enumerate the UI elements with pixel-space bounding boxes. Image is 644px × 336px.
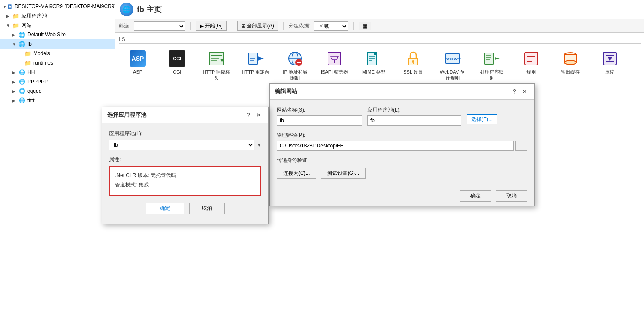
tree-ttttt-label: ttttt	[27, 97, 35, 103]
folder-icon-runtimes: 📁	[24, 59, 32, 67]
rules-icon	[523, 50, 540, 67]
iis-icons-grid: ASP ASP CGI CGI	[119, 47, 641, 84]
toolbar-separator-4	[353, 22, 354, 30]
globe-icon-hh: 🌐	[18, 68, 26, 76]
iis-icon-isapi[interactable]: ISAPI 筛选器	[316, 47, 353, 84]
edit-site-close-button[interactable]: ✕	[520, 87, 529, 96]
apppool-select[interactable]: fb	[109, 140, 254, 150]
svg-point-23	[412, 60, 414, 63]
tree-arrow-ttttt: ▶	[12, 98, 18, 103]
svg-marker-31	[495, 57, 500, 60]
connect-as-button[interactable]: 连接为(C)...	[277, 168, 316, 179]
svg-rect-27	[484, 53, 494, 64]
phys-path-input[interactable]	[277, 141, 514, 151]
phys-path-label: 物理路径(P):	[277, 132, 527, 139]
handler-label: 处理程序映射	[480, 69, 504, 81]
iis-icon-webdav[interactable]: WebDAV WebDAV 创作规则	[434, 47, 471, 84]
svg-point-38	[564, 60, 576, 65]
tree-models[interactable]: 📁 Models	[0, 49, 115, 58]
apppool-controls: ? ✕	[244, 111, 263, 119]
tree-fb-site[interactable]: ▼ 🌐 fb	[0, 39, 115, 49]
http-redirect-label: HTTP 重定向	[242, 69, 270, 75]
tree-models-label: Models	[33, 50, 50, 56]
test-settings-button[interactable]: 测试设置(G)...	[321, 168, 366, 179]
apppool-attr-label: 属性:	[109, 156, 261, 163]
filter-dropdown[interactable]	[134, 21, 185, 31]
show-all-button[interactable]: ⊞ 全部显示(A)	[237, 21, 278, 31]
tree-qqqqq[interactable]: ▶ 🌐 qqqqq	[0, 86, 115, 96]
site-name-field: 网站名称(S):	[277, 106, 362, 126]
iis-icon-rules[interactable]: 规则	[512, 47, 550, 84]
tree-hh[interactable]: ▶ 🌐 HH	[0, 68, 115, 77]
svg-text:WebDAV: WebDAV	[446, 57, 461, 61]
http-resp-label: HTTP 响应标头	[203, 69, 230, 81]
folder-icon-sites: 📁	[12, 21, 20, 29]
view-button[interactable]: ▦	[359, 22, 371, 30]
rules-label: 规则	[526, 69, 536, 75]
tree-hh-label: HH	[27, 69, 35, 75]
svg-rect-5	[248, 53, 258, 64]
apppool-titlebar: 选择应用程序池 ? ✕	[102, 107, 268, 123]
tree-arrow-sites: ▼	[6, 23, 12, 28]
browse-phys-button[interactable]: ...	[515, 141, 527, 151]
ip-domain-label: IP 地址和域限制	[283, 69, 307, 81]
apppool-title: 选择应用程序池	[107, 111, 146, 119]
app-pool-label: 应用程序池(L):	[367, 106, 461, 114]
globe-icon-pppppp: 🌐	[18, 78, 26, 85]
tree-apppool[interactable]: ▶ 📁 应用程序池	[0, 11, 115, 21]
app-pool-input[interactable]	[367, 115, 461, 126]
pass-auth-label: 传递身份验证	[277, 157, 527, 164]
tree-runtimes[interactable]: 📁 runtimes	[0, 58, 115, 68]
tree-default-site[interactable]: ▶ 🌐 Default Web Site	[0, 30, 115, 39]
tree-fb-label: fb	[27, 41, 32, 47]
apppool-close-button[interactable]: ✕	[254, 111, 263, 119]
start-button[interactable]: ▶ 开始(G)	[196, 21, 226, 31]
tree-server[interactable]: ▼ 🖥 DESKTOP-MAI9CR9 (DESKTOP-MAI9CR9\don…	[0, 2, 115, 11]
tree-sites[interactable]: ▼ 📁 网站	[0, 21, 115, 30]
iis-icon-cgi[interactable]: CGI CGI	[158, 47, 196, 84]
app-pool-field: 应用程序池(L):	[367, 106, 461, 126]
edit-site-ok-button[interactable]: 确定	[460, 190, 491, 202]
iis-icon-http-resp[interactable]: HTTP 响应标头	[198, 47, 235, 84]
globe-icon-fb: 🌐	[18, 40, 26, 48]
folder-icon-apppool: 📁	[12, 12, 20, 20]
edit-site-cancel-button[interactable]: 取消	[496, 190, 527, 202]
iis-icon-ssl[interactable]: SSL 设置	[394, 47, 432, 84]
apppool-ok-button[interactable]: 确定	[146, 203, 184, 214]
folder-icon-models: 📁	[24, 50, 32, 57]
svg-rect-0	[209, 52, 224, 65]
server-icon: 🖥	[7, 3, 13, 10]
tree-server-label: DESKTOP-MAI9CR9 (DESKTOP-MAI9CR9\dony)	[15, 3, 115, 9]
iis-icon-asp[interactable]: ASP ASP	[119, 47, 157, 84]
tree-arrow-fb: ▼	[12, 42, 18, 47]
iis-icon-ip-domain[interactable]: IP 地址和域限制	[276, 47, 314, 84]
apppool-attr-clr: .Net CLR 版本: 无托管代码	[115, 171, 255, 180]
toolbar: 筛选: ▶ 开始(G) ⊞ 全部显示(A) 分组依据: 区域 ▦	[115, 19, 644, 33]
tree-ttttt[interactable]: ▶ 🌐 ttttt	[0, 96, 115, 105]
site-name-input[interactable]	[277, 115, 362, 126]
toolbar-separator-2	[232, 22, 232, 30]
http-redirect-icon	[247, 50, 264, 67]
apppool-attr-pipeline: 管道模式: 集成	[115, 180, 255, 190]
tree-default-label: Default Web Site	[27, 32, 66, 38]
cgi-label: CGI	[173, 69, 181, 75]
edit-site-help-button[interactable]: ?	[510, 87, 519, 96]
page-title: fb 主页	[137, 4, 162, 15]
iis-icon-output-cache[interactable]: 输出缓存	[552, 47, 589, 84]
http-response-icon	[208, 50, 225, 67]
pass-auth-buttons: 连接为(C)... 测试设置(G)...	[277, 168, 527, 179]
fb-globe-icon: 🌐	[120, 3, 133, 16]
select-apppool-button[interactable]: 选择(E)...	[467, 114, 497, 124]
iis-icon-handler[interactable]: 处理程序映射	[473, 47, 511, 84]
edit-site-footer: 确定 取消	[270, 186, 534, 206]
apppool-help-button[interactable]: ?	[244, 111, 253, 119]
group-by-dropdown[interactable]: 区域	[314, 21, 348, 31]
iis-icon-mime[interactable]: MIME 类型	[355, 47, 393, 84]
iis-icon-compress[interactable]: 压缩	[591, 47, 629, 84]
dialog-apppool: 选择应用程序池 ? ✕ 应用程序池(L): fb ▼ 属性: .Net CLR …	[102, 107, 269, 224]
asp-label: ASP	[133, 69, 142, 75]
iis-icon-http-redirect[interactable]: HTTP 重定向	[237, 47, 275, 84]
tree-arrow-apppool: ▶	[6, 14, 12, 18]
tree-pppppp[interactable]: ▶ 🌐 PPPPPP	[0, 77, 115, 86]
apppool-cancel-button[interactable]: 取消	[189, 203, 225, 214]
